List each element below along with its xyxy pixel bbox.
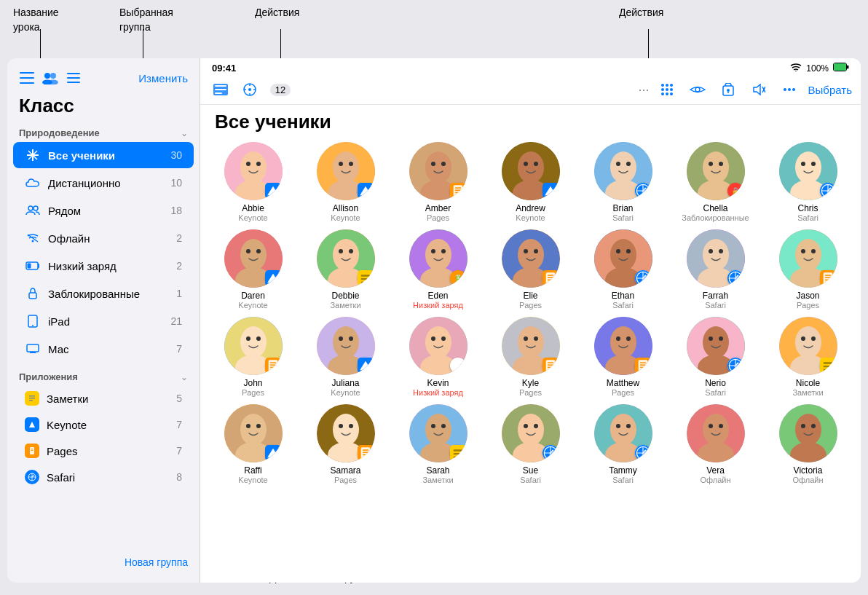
student-app-label: Pages [612, 388, 634, 397]
svg-point-181 [811, 249, 816, 253]
more-toolbar-icon[interactable] [778, 78, 801, 101]
sidebar: Изменить Класс Природоведение ⌄ Все учен… [7, 58, 200, 583]
sidebar-item-ipad[interactable]: iPad 21 [13, 308, 194, 334]
annotation-selected-group: Выбраннаягруппа [119, 6, 173, 34]
list-icon[interactable] [66, 70, 82, 86]
student-card-kyle[interactable]: KylePages [486, 317, 575, 397]
svg-rect-8 [67, 77, 80, 79]
student-card-raffi[interactable]: RaffiKeynote [209, 404, 297, 484]
svg-rect-7 [67, 73, 80, 74]
svg-point-269 [441, 424, 446, 428]
svg-point-14 [28, 206, 33, 210]
svg-point-259 [349, 424, 353, 428]
student-avatar [687, 317, 745, 375]
svg-rect-194 [270, 362, 276, 363]
student-avatar [224, 317, 283, 375]
student-avatar: 🔒 [687, 142, 745, 200]
student-card-andrew[interactable]: AndrewKeynote [486, 142, 575, 222]
student-card-sue[interactable]: SueSafari [486, 404, 575, 484]
student-name: Kyle [522, 378, 539, 388]
screen-lock-toolbar-icon[interactable] [717, 78, 740, 101]
svg-marker-36 [31, 475, 35, 478]
sidebar-item-all-students[interactable]: Все ученики 30 [13, 142, 194, 168]
student-card-abbie[interactable]: AbbieKeynote [209, 142, 297, 222]
student-card-chella[interactable]: 🔒ChellaЗаблокированные [671, 142, 760, 222]
svg-point-258 [339, 424, 343, 428]
svg-point-57 [670, 88, 673, 91]
svg-point-54 [670, 84, 673, 87]
svg-rect-226 [640, 362, 646, 363]
student-card-elie[interactable]: EliePages [486, 229, 575, 310]
student-card-daren[interactable]: DarenKeynote [209, 229, 297, 310]
eye-toolbar-icon[interactable] [686, 78, 709, 101]
item-count: 7 [167, 445, 182, 457]
sidebar-item-remote[interactable]: Дистанционно 10 [13, 170, 194, 196]
student-name: Andrew [516, 203, 545, 213]
item-label: Офлайн [48, 232, 167, 245]
student-card-sarah[interactable]: SarahЗаметки [394, 404, 482, 484]
sidebar-item-locked[interactable]: Заблокированные 1 [13, 280, 194, 307]
student-card-brian[interactable]: BrianSafari [579, 142, 667, 222]
section-header-nature[interactable]: Природоведение ⌄ [7, 123, 200, 141]
svg-rect-44 [215, 92, 222, 94]
svg-point-212 [524, 336, 528, 341]
student-card-john[interactable]: JohnPages [209, 317, 297, 397]
svg-point-17 [32, 240, 34, 243]
svg-point-52 [661, 84, 664, 87]
student-app-label: Pages [334, 476, 357, 484]
class-icon[interactable] [42, 70, 58, 86]
student-card-kevin[interactable]: KevinНизкий заряд [394, 317, 482, 397]
student-card-allison[interactable]: AllisonKeynote [301, 142, 390, 222]
section-header-apps[interactable]: Приложения ⌄ [7, 367, 200, 385]
svg-point-295 [703, 414, 729, 446]
mail-toolbar-icon[interactable]: 12 [267, 78, 291, 101]
student-card-ethan[interactable]: EthanSafari [579, 229, 667, 310]
sidebar-item-notes[interactable]: Заметки 5 [13, 386, 194, 411]
offline-icon [25, 230, 41, 246]
svg-rect-39 [834, 63, 846, 71]
student-card-tammy[interactable]: TammySafari [579, 404, 667, 484]
student-card-chris[interactable]: ChrisSafari [764, 142, 852, 222]
student-card-vera[interactable]: VeraОфлайн [671, 404, 760, 484]
sidebar-item-keynote[interactable]: Keynote 7 [13, 412, 194, 437]
sidebar-item-mac[interactable]: Мас 7 [13, 336, 194, 362]
student-card-nerio[interactable]: NerioSafari [671, 317, 760, 397]
svg-point-112 [703, 151, 729, 184]
sidebar-toggle-icon[interactable] [19, 70, 35, 86]
student-name: Allison [333, 203, 358, 213]
svg-point-277 [524, 424, 528, 428]
status-icons: 100% [790, 63, 849, 74]
sidebar-item-low-battery[interactable]: Низкий заряд 2 [13, 253, 194, 279]
svg-point-129 [246, 249, 250, 253]
sidebar-item-offline[interactable]: Офлайн 2 [13, 225, 194, 251]
svg-rect-228 [640, 367, 644, 369]
edit-button[interactable]: Изменить [138, 72, 188, 84]
grid-toolbar-icon[interactable] [655, 78, 679, 101]
student-card-nicole[interactable]: NicoleЗаметки [764, 317, 852, 397]
new-group-button[interactable]: Новая группа [7, 551, 200, 574]
item-count: 21 [167, 315, 182, 327]
compass-toolbar-icon[interactable] [238, 78, 261, 101]
mute-toolbar-icon[interactable] [747, 78, 770, 101]
select-button[interactable]: Выбрать [808, 84, 852, 96]
sidebar-item-pages[interactable]: Pages 7 [13, 438, 194, 463]
sidebar-header: Изменить [7, 67, 200, 92]
svg-point-251 [246, 424, 250, 428]
student-card-jason[interactable]: JasonPages [764, 229, 852, 310]
student-card-debbie[interactable]: DebbieЗаметки [301, 229, 390, 310]
wifi-icon [790, 63, 802, 74]
sidebar-item-nearby[interactable]: Рядом 18 [13, 197, 194, 224]
student-card-samara[interactable]: SamaraPages [301, 404, 390, 484]
layers-toolbar-icon[interactable] [209, 78, 232, 101]
student-card-amber[interactable]: AmberPages [394, 142, 482, 222]
student-grid-container[interactable]: AbbieKeynote AllisonKeynote AmberPages A… [200, 136, 861, 583]
student-card-matthew[interactable]: MatthewPages [579, 317, 667, 397]
student-card-juliana[interactable]: JulianaKeynote [301, 317, 390, 397]
svg-point-232 [709, 336, 713, 341]
student-card-eden[interactable]: 🔋EdenНизкий заряд [394, 229, 482, 310]
sidebar-item-safari[interactable]: Safari 8 [13, 465, 194, 489]
student-card-victoria[interactable]: VictoriaОфлайн [764, 404, 852, 484]
student-card-farrah[interactable]: FarrahSafari [671, 229, 760, 310]
student-name: Samara [330, 465, 360, 476]
student-avatar [502, 142, 560, 200]
